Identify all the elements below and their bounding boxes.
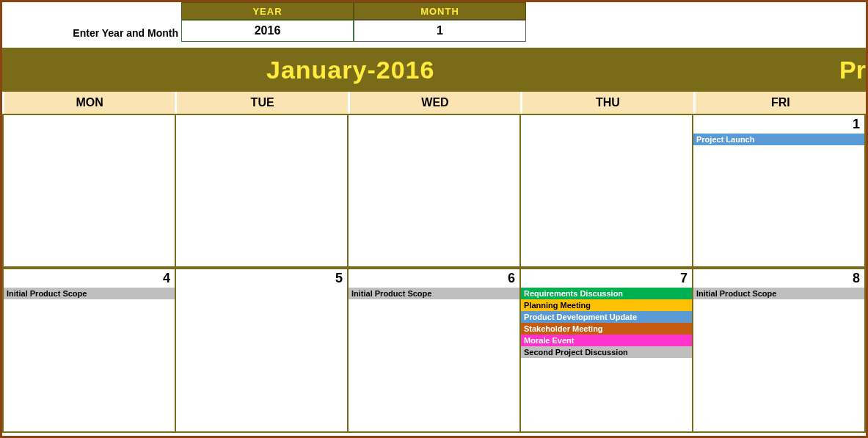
date-number: 8 [693, 269, 864, 288]
date-number: 7 [521, 269, 692, 288]
month-header: MONTH [354, 2, 526, 20]
month-banner: January-2016 Pr [2, 48, 866, 92]
day-header-tue: TUE [175, 92, 347, 114]
banner-title: January-2016 [266, 56, 434, 84]
event-requirements-discussion[interactable]: Requirements Discussion [521, 288, 692, 299]
calendar-cell[interactable] [175, 114, 347, 268]
day-header-thu: THU [520, 92, 693, 114]
date-number: 4 [4, 269, 175, 288]
month-input[interactable]: 1 [354, 20, 526, 42]
calendar-cell-fri-8[interactable]: 8 Initial Product Scope [692, 268, 866, 433]
calendar-cell[interactable] [2, 114, 175, 268]
calendar-cell[interactable] [519, 114, 692, 268]
event-initial-scope[interactable]: Initial Product Scope [693, 288, 864, 299]
calendar-row-2: 4 Initial Product Scope 5 6 Initial Prod… [2, 268, 866, 433]
day-header-wed: WED [348, 92, 520, 114]
event-second-project-discussion[interactable]: Second Project Discussion [521, 346, 692, 358]
day-header-row: MON TUE WED THU FRI [2, 92, 866, 114]
day-header-fri: FRI [693, 92, 866, 114]
date-number: 6 [349, 269, 519, 288]
year-month-input-row: Enter Year and Month YEAR MONTH 2016 1 [2, 2, 866, 42]
event-initial-scope[interactable]: Initial Product Scope [4, 288, 175, 299]
banner-right-partial: Pr [839, 56, 866, 84]
calendar-cell-tue-5[interactable]: 5 [175, 268, 347, 433]
year-header: YEAR [181, 2, 354, 20]
event-planning-meeting[interactable]: Planning Meeting [521, 299, 692, 311]
input-label: Enter Year and Month [2, 2, 181, 42]
calendar-cell-wed-6[interactable]: 6 Initial Product Scope [347, 268, 519, 433]
year-input[interactable]: 2016 [181, 20, 354, 42]
calendar-row-1: 1 Project Launch [2, 114, 866, 268]
date-number: 1 [693, 115, 864, 134]
event-morale-event[interactable]: Morale Event [521, 335, 692, 346]
calendar-cell-fri-1[interactable]: 1 Project Launch [692, 114, 866, 268]
date-number: 5 [176, 269, 347, 288]
event-initial-scope[interactable]: Initial Product Scope [349, 288, 519, 299]
calendar-cell-mon-4[interactable]: 4 Initial Product Scope [2, 268, 175, 433]
day-header-mon: MON [2, 92, 175, 114]
event-stakeholder-meeting[interactable]: Stakeholder Meeting [521, 323, 692, 335]
event-product-dev-update[interactable]: Product Development Update [521, 311, 692, 323]
event-project-launch[interactable]: Project Launch [693, 134, 864, 145]
calendar-cell[interactable] [347, 114, 519, 268]
calendar-cell-thu-7[interactable]: 7 Requirements Discussion Planning Meeti… [519, 268, 692, 433]
